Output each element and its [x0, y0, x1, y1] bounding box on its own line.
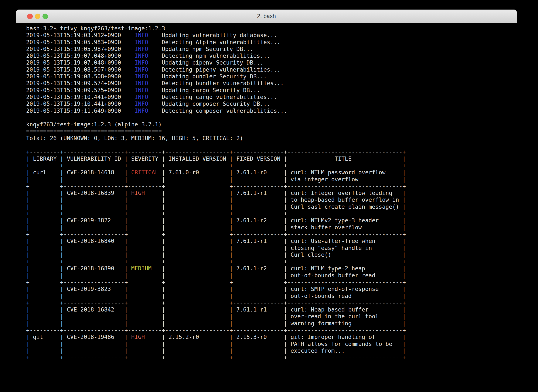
log-level: INFO — [135, 59, 148, 66]
window-title: 2. bash — [16, 9, 517, 23]
log-line: 2019-05-13T15:19:05.987+0900 INFO Updati… — [26, 46, 517, 52]
table-border: + +------------------+ + +--------------… — [26, 210, 517, 217]
traffic-lights — [27, 14, 48, 19]
log-level: INFO — [135, 66, 148, 73]
table-row: | | CVE-2018-16840 | | | 7.61.1-r1 | cur… — [26, 238, 517, 244]
table-border: +---------+------------------+----------… — [26, 162, 517, 169]
terminal-blank-line — [26, 142, 517, 149]
table-row: | | | | | | over-read in the curl tool | — [26, 313, 517, 320]
log-level: INFO — [135, 80, 148, 86]
table-border: + +------------------+ + +--------------… — [26, 231, 517, 238]
table-border: + +------------------+ + + +------------… — [26, 354, 517, 361]
table-row: | | | | | | stack buffer overflow | — [26, 224, 517, 231]
log-line: 2019-05-13T15:19:08.507+0900 INFO Detect… — [26, 66, 517, 73]
log-line: 2019-05-13T15:19:09.574+0900 INFO Detect… — [26, 80, 517, 87]
table-border: +---------+------------------+----------… — [26, 327, 517, 334]
report-underline: ======================================== — [26, 128, 517, 135]
table-row: | curl | CVE-2018-14618 | CRITICAL | 7.6… — [26, 169, 517, 176]
minimize-button[interactable] — [35, 14, 40, 19]
table-border: + +------------------+----------+ +-----… — [26, 258, 517, 265]
table-row: | | | | | | out-of-bounds buffer read | — [26, 272, 517, 279]
table-row: | | | | | | Curl_close() | — [26, 252, 517, 258]
prompt-line: bash-3.2$ trivy knqyf263/test-image:1.2.… — [26, 25, 517, 32]
table-row: | | CVE-2019-3823 | | | | curl: SMTP end… — [26, 286, 517, 292]
table-border: +---------+------------------+----------… — [26, 149, 517, 155]
table-row: | | | | | | executed from... | — [26, 347, 517, 354]
log-level: INFO — [135, 94, 148, 100]
table-row: | | CVE-2018-16839 | HIGH | | 7.61.1-r1 … — [26, 190, 517, 196]
severity-cell: HIGH — [128, 334, 162, 340]
log-level: INFO — [135, 39, 148, 46]
severity-cell: MEDIUM — [128, 265, 162, 272]
log-level: INFO — [135, 73, 148, 80]
log-line: 2019-05-13T15:19:10.441+0900 INFO Detect… — [26, 94, 517, 100]
log-level: INFO — [135, 46, 148, 52]
zoom-button[interactable] — [42, 14, 48, 19]
table-row: | | CVE-2018-16842 | | | 7.61.1-r1 | cur… — [26, 306, 517, 313]
table-border: + +------------------+----------+ +-----… — [26, 183, 517, 190]
table-row: | | CVE-2019-3822 | | | 7.61.1-r2 | curl… — [26, 217, 517, 224]
report-summary: Total: 26 (UNKNOWN: 0, LOW: 3, MEDIUM: 1… — [26, 135, 517, 142]
close-button[interactable] — [27, 14, 33, 19]
table-border: + +------------------+ + + +------------… — [26, 279, 517, 286]
table-row: | | | | | | out-of-bounds read | — [26, 293, 517, 299]
log-line: 2019-05-13T15:19:08.508+0900 INFO Updati… — [26, 73, 517, 80]
terminal-blank-line — [26, 114, 517, 121]
log-line: 2019-05-13T15:19:11.649+0900 INFO Detect… — [26, 107, 517, 114]
table-row: | | | | | | closing "easy" handle in | — [26, 245, 517, 252]
log-line: 2019-05-13T15:19:07.048+0900 INFO Detect… — [26, 52, 517, 59]
report-target: knqyf263/test-image:1.2.3 (alpine 3.7.1) — [26, 121, 517, 128]
table-row: | | CVE-2018-16890 | MEDIUM | | 7.61.1-r… — [26, 265, 517, 272]
severity-cell: HIGH — [128, 190, 162, 196]
log-line: 2019-05-13T15:19:05.983+0900 INFO Detect… — [26, 39, 517, 46]
severity-cell: CRITICAL — [128, 169, 162, 176]
log-level: INFO — [135, 52, 148, 59]
table-row: | | | | | | Curl_sasl_create_plain_messa… — [26, 203, 517, 210]
log-level: INFO — [135, 107, 148, 114]
table-row: | | | | | | via integer overflow | — [26, 176, 517, 183]
table-row: | git | CVE-2018-19486 | HIGH | 2.15.2-r… — [26, 334, 517, 341]
log-level: INFO — [135, 32, 148, 38]
table-border: + +------------------+ + +--------------… — [26, 299, 517, 306]
terminal-output[interactable]: bash-3.2$ trivy knqyf263/test-image:1.2.… — [16, 23, 517, 361]
log-line: 2019-05-13T15:19:10.441+0900 INFO Updati… — [26, 100, 517, 107]
table-header: | LIBRARY | VULNERABILITY ID | SEVERITY … — [26, 155, 517, 162]
table-row: | | | | | | to heap-based buffer overflo… — [26, 196, 517, 203]
window-titlebar[interactable]: 2. bash — [16, 9, 517, 23]
log-line: 2019-05-13T15:19:07.048+0900 INFO Updati… — [26, 59, 517, 66]
log-level: INFO — [135, 100, 148, 107]
log-level: INFO — [135, 87, 148, 93]
log-line: 2019-05-13T15:19:03.912+0900 INFO Updati… — [26, 32, 517, 39]
log-line: 2019-05-13T15:19:09.575+0900 INFO Updati… — [26, 87, 517, 94]
table-row: | | | | | | PATH allows for commands to … — [26, 341, 517, 347]
table-row: | | | | | | warning formatting | — [26, 320, 517, 327]
terminal-window: 2. bash bash-3.2$ trivy knqyf263/test-im… — [16, 9, 517, 392]
